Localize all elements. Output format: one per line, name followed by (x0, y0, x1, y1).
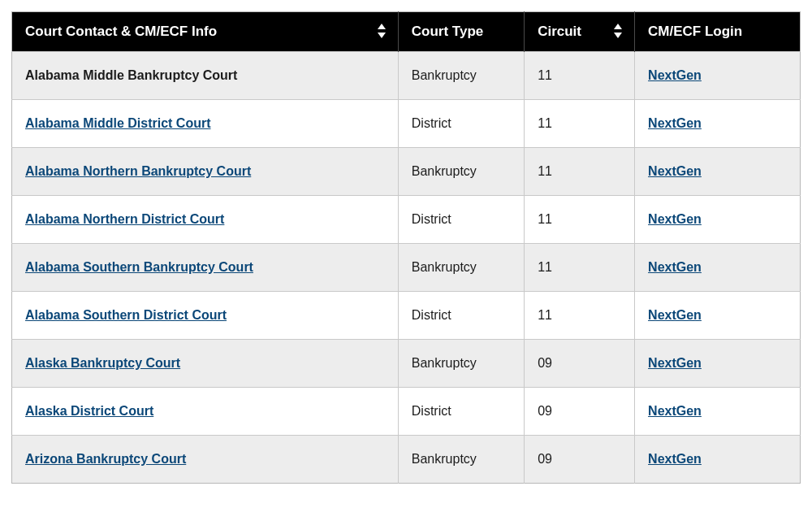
login-link[interactable]: NextGen (648, 404, 702, 418)
cell-login: NextGen (635, 388, 801, 436)
cell-circuit: 11 (525, 196, 635, 244)
cell-court-type: District (398, 100, 524, 148)
cell-court-name: Alaska District Court (12, 388, 399, 436)
cell-court-type: Bankruptcy (398, 340, 524, 388)
cell-court-type: Bankruptcy (398, 148, 524, 196)
cell-circuit: 11 (525, 292, 635, 340)
court-name-link[interactable]: Alaska Bankruptcy Court (25, 356, 180, 370)
cell-court-name: Alabama Middle District Court (12, 100, 399, 148)
table-row: Alaska Bankruptcy CourtBankruptcy09NextG… (12, 340, 801, 388)
header-court-contact[interactable]: Court Contact & CM/ECF Info (12, 12, 399, 52)
cell-circuit: 11 (525, 52, 635, 100)
table-row: Alabama Southern District CourtDistrict1… (12, 292, 801, 340)
cell-court-type: Bankruptcy (398, 52, 524, 100)
court-name-link[interactable]: Arizona Bankruptcy Court (25, 452, 186, 466)
table-row: Alabama Northern District CourtDistrict1… (12, 196, 801, 244)
cell-login: NextGen (635, 244, 801, 292)
login-link[interactable]: NextGen (648, 260, 702, 274)
svg-marker-1 (378, 33, 386, 38)
header-login: CM/ECF Login (635, 12, 801, 52)
cell-court-name: Alabama Southern Bankruptcy Court (12, 244, 399, 292)
cell-circuit: 09 (525, 436, 635, 484)
cell-login: NextGen (635, 100, 801, 148)
header-circuit[interactable]: Circuit (525, 12, 635, 52)
table-header-row: Court Contact & CM/ECF Info Court Type C… (12, 12, 801, 52)
cell-circuit: 09 (525, 388, 635, 436)
court-name-link[interactable]: Alabama Southern Bankruptcy Court (25, 260, 253, 274)
header-court-type: Court Type (398, 12, 524, 52)
cell-circuit: 11 (525, 244, 635, 292)
cell-login: NextGen (635, 52, 801, 100)
court-name-link[interactable]: Alaska District Court (25, 404, 153, 418)
court-name-link[interactable]: Alabama Northern District Court (25, 212, 224, 226)
login-link[interactable]: NextGen (648, 308, 702, 322)
cell-court-name: Alabama Middle Bankruptcy Court (12, 52, 399, 100)
login-link[interactable]: NextGen (648, 212, 702, 226)
cell-court-name: Alabama Northern District Court (12, 196, 399, 244)
cell-court-name: Alaska Bankruptcy Court (12, 340, 399, 388)
cell-circuit: 11 (525, 148, 635, 196)
court-name-link[interactable]: Alabama Southern District Court (25, 308, 227, 322)
table-row: Arizona Bankruptcy CourtBankruptcy09Next… (12, 436, 801, 484)
table-row: Alabama Northern Bankruptcy CourtBankrup… (12, 148, 801, 196)
cell-login: NextGen (635, 292, 801, 340)
courts-table: Court Contact & CM/ECF Info Court Type C… (11, 11, 801, 484)
sort-icon (613, 24, 623, 40)
sort-icon (377, 24, 387, 40)
svg-marker-2 (614, 24, 622, 29)
table-row: Alaska District CourtDistrict09NextGen (12, 388, 801, 436)
cell-court-type: District (398, 388, 524, 436)
cell-court-name: Arizona Bankruptcy Court (12, 436, 399, 484)
login-link[interactable]: NextGen (648, 68, 702, 82)
cell-circuit: 09 (525, 340, 635, 388)
table-row: Alabama Middle Bankruptcy CourtBankruptc… (12, 52, 801, 100)
login-link[interactable]: NextGen (648, 116, 702, 130)
cell-login: NextGen (635, 196, 801, 244)
cell-court-name: Alabama Southern District Court (12, 292, 399, 340)
cell-court-type: Bankruptcy (398, 436, 524, 484)
login-link[interactable]: NextGen (648, 164, 702, 178)
court-name-text: Alabama Middle Bankruptcy Court (25, 68, 237, 82)
header-label: Court Type (412, 24, 483, 39)
cell-court-type: Bankruptcy (398, 244, 524, 292)
cell-court-type: District (398, 196, 524, 244)
court-name-link[interactable]: Alabama Northern Bankruptcy Court (25, 164, 251, 178)
cell-court-type: District (398, 292, 524, 340)
header-label: CM/ECF Login (648, 24, 742, 39)
table-row: Alabama Southern Bankruptcy CourtBankrup… (12, 244, 801, 292)
svg-marker-3 (614, 33, 622, 38)
header-label: Circuit (538, 24, 581, 39)
cell-court-name: Alabama Northern Bankruptcy Court (12, 148, 399, 196)
table-row: Alabama Middle District CourtDistrict11N… (12, 100, 801, 148)
cell-login: NextGen (635, 148, 801, 196)
cell-login: NextGen (635, 436, 801, 484)
cell-circuit: 11 (525, 100, 635, 148)
cell-login: NextGen (635, 340, 801, 388)
header-label: Court Contact & CM/ECF Info (25, 24, 217, 39)
court-name-link[interactable]: Alabama Middle District Court (25, 116, 210, 130)
login-link[interactable]: NextGen (648, 356, 702, 370)
login-link[interactable]: NextGen (648, 452, 702, 466)
svg-marker-0 (378, 24, 386, 29)
